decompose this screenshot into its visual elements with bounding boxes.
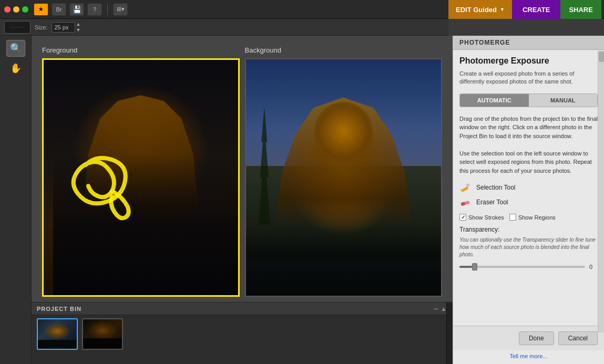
transparency-slider-thumb[interactable] — [472, 263, 477, 271]
transparency-slider-row: 0 — [459, 264, 598, 270]
transparency-slider-value: 0 — [589, 264, 598, 270]
cancel-btn[interactable]: Cancel — [558, 331, 598, 345]
share-btn[interactable]: SHARE — [560, 0, 601, 19]
background-label: Background — [245, 46, 443, 54]
secondary-toolbar: Size: ▲ ▼ — [0, 19, 448, 36]
toolbar-separator — [107, 4, 108, 15]
svg-rect-2 — [466, 183, 470, 187]
show-regions-checkbox[interactable] — [509, 214, 516, 221]
close-window-btn[interactable] — [4, 6, 11, 13]
show-strokes-cb[interactable]: ✓ Show Strokes — [459, 214, 504, 221]
project-bin-header: PROJECT BIN − ▲ — [32, 303, 453, 315]
thumbnail-1[interactable] — [37, 318, 78, 350]
project-bin: PROJECT BIN − ▲ — [32, 302, 453, 364]
eraser-svg-icon — [460, 197, 472, 207]
checkbox-row: ✓ Show Strokes Show Regions — [459, 214, 598, 221]
foreground-label: Foreground — [42, 46, 240, 54]
size-down-arrow[interactable]: ▼ — [76, 27, 80, 33]
main-layout: 🔍 ✋ Foreground — [0, 36, 604, 364]
hand-icon: ✋ — [10, 63, 22, 74]
canvas-area: Foreground — [32, 36, 453, 364]
panel-header-label: PHOTOMERGE — [459, 39, 510, 46]
panel-description: Create a well exposed photo from a serie… — [459, 70, 598, 86]
selection-tool-label: Selection Tool — [476, 184, 516, 191]
project-bin-minimize-btn[interactable]: − — [434, 305, 438, 313]
project-bin-scrollbar[interactable] — [446, 303, 453, 364]
thumbnail-2[interactable] — [82, 318, 123, 350]
eraser-tool-label: Eraser Tool — [476, 199, 508, 206]
project-bin-thumbnails — [32, 315, 453, 353]
show-regions-cb[interactable]: Show Regions — [509, 214, 556, 221]
transparency-description: You can optionally use the Transparency … — [459, 236, 598, 258]
help-icon-btn[interactable]: ? — [87, 3, 102, 16]
photo-panels: Foreground — [32, 36, 453, 302]
edit-tabs: EDIT Guided ▼ CREATE SHARE — [448, 0, 604, 19]
zoom-icon: 🔍 — [10, 43, 22, 54]
brush-stroke-display — [9, 26, 25, 28]
edit-guided-dropdown-icon: ▼ — [500, 7, 505, 12]
edit-guided-label: EDIT Guided — [456, 6, 497, 14]
thumbnail-1-image — [38, 319, 77, 349]
background-panel: Background — [245, 46, 443, 297]
thumbnail-2-image — [83, 319, 122, 349]
size-up-arrow[interactable]: ▲ — [76, 22, 80, 27]
bridge-icon-btn[interactable]: Br — [52, 3, 66, 16]
eraser-tool-row: Eraser Tool — [459, 197, 598, 207]
show-strokes-checkbox[interactable]: ✓ — [459, 214, 466, 221]
show-regions-label: Show Regions — [518, 214, 556, 221]
layout-icon-btn[interactable]: ⊞▾ — [113, 3, 128, 16]
automatic-tab[interactable]: AUTOMATIC — [460, 94, 529, 107]
done-btn[interactable]: Done — [519, 331, 554, 345]
eraser-tool-icon — [459, 197, 472, 207]
svg-marker-1 — [460, 189, 461, 191]
manual-tab[interactable]: MANUAL — [529, 94, 598, 107]
transparency-heading: Transparency: — [459, 226, 598, 233]
transparency-slider-fill — [459, 266, 472, 268]
maximize-window-btn[interactable] — [22, 6, 28, 13]
selection-tool-row: Selection Tool — [459, 182, 598, 193]
panel-content: Photomerge Exposure Create a well expose… — [453, 50, 604, 326]
tell-me-more-link[interactable]: Tell me more... — [509, 353, 547, 359]
background-photo — [246, 59, 442, 296]
pencil-svg-icon — [460, 183, 472, 192]
size-input[interactable] — [52, 22, 75, 33]
svg-rect-0 — [461, 186, 469, 192]
panel-title: Photomerge Exposure — [459, 56, 598, 66]
project-bin-label: PROJECT BIN — [37, 306, 81, 312]
minimize-window-btn[interactable] — [13, 6, 19, 13]
create-btn[interactable]: CREATE — [512, 0, 560, 19]
tools-section: Selection Tool Eraser Tool — [459, 182, 598, 207]
right-panel: PHOTOMERGE Photomerge Exposure Create a … — [453, 36, 604, 364]
zoom-tool-btn[interactable]: 🔍 — [6, 40, 25, 57]
left-tools-panel: 🔍 ✋ — [0, 36, 32, 364]
foreground-panel: Foreground — [42, 46, 240, 297]
size-label: Size: — [35, 24, 47, 30]
selection-tool-icon — [459, 182, 472, 193]
checkmark-icon: ✓ — [461, 214, 465, 220]
right-panel-scrollbar-thumb — [599, 51, 604, 62]
edit-guided-btn[interactable]: EDIT Guided ▼ — [448, 0, 512, 19]
hand-tool-btn[interactable]: ✋ — [6, 60, 25, 77]
traffic-lights — [4, 6, 28, 13]
panel-footer: Done Cancel — [453, 326, 604, 350]
mode-tabs: AUTOMATIC MANUAL — [459, 93, 598, 107]
foreground-photo — [44, 60, 238, 295]
foreground-frame[interactable] — [42, 58, 240, 297]
show-strokes-label: Show Strokes — [468, 214, 504, 221]
share-label: SHARE — [569, 6, 593, 14]
save-icon-btn[interactable]: 💾 — [69, 3, 84, 16]
instructions-text: Drag one of the photos from the project … — [459, 115, 598, 175]
panel-header: PHOTOMERGE — [453, 36, 604, 50]
create-label: CREATE — [523, 6, 550, 14]
right-panel-scrollbar[interactable] — [598, 50, 604, 332]
brush-preview — [4, 21, 30, 34]
star-icon-btn[interactable]: ★ — [34, 3, 48, 16]
tell-me-more-section: Tell me more... — [453, 350, 604, 364]
transparency-slider-track — [459, 266, 585, 268]
background-frame[interactable] — [245, 58, 443, 297]
